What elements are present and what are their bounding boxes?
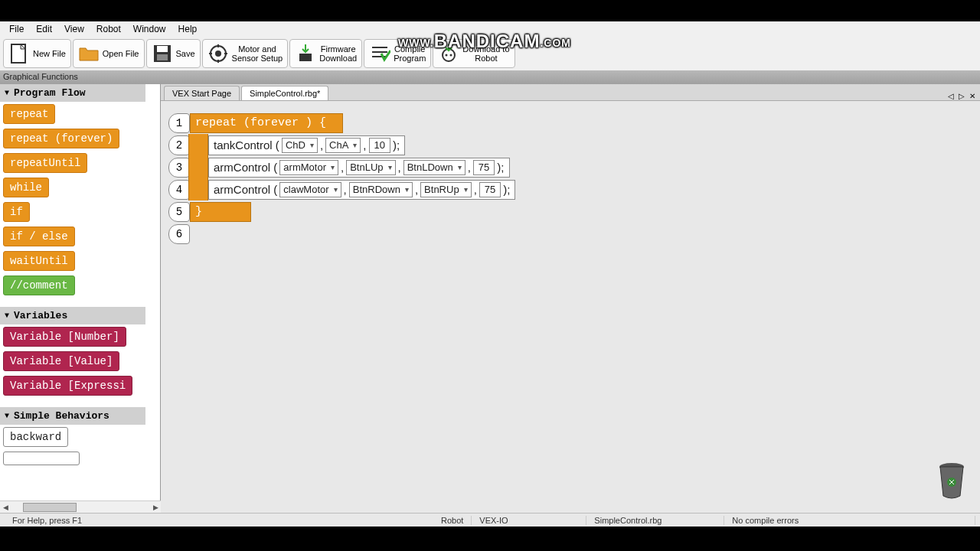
- label: Download toRobot: [462, 44, 509, 63]
- indent-bar: [188, 178, 208, 201]
- code-armcontrol-2[interactable]: armControl ( clawMotor, BtnRDown, BtnRUp…: [208, 180, 515, 200]
- tab-close-icon[interactable]: ✕: [968, 92, 977, 100]
- robot-icon: [438, 43, 459, 64]
- block-if-else[interactable]: if / else: [3, 227, 75, 246]
- line-number: 2: [168, 135, 190, 155]
- status-platform: VEX-IO: [472, 516, 586, 525]
- toolbar-openfile[interactable]: Open File: [73, 39, 145, 68]
- dropdown-btnrup[interactable]: BtnRUp: [420, 182, 472, 197]
- statusbar: For Help, press F1 Robot VEX-IO SimpleCo…: [0, 513, 980, 527]
- label: CompileProgram: [394, 44, 426, 63]
- block-backward[interactable]: backward: [3, 427, 68, 447]
- sidebar[interactable]: Program Flow repeat repeat (forever) rep…: [0, 84, 161, 513]
- category-variables[interactable]: Variables: [0, 307, 145, 324]
- status-help: For Help, press F1: [5, 516, 433, 525]
- svg-rect-2: [157, 46, 168, 52]
- status-file: SimpleControl.rbg: [586, 516, 724, 525]
- gear-icon: [207, 43, 229, 64]
- status-compile: No compile errors: [724, 516, 975, 525]
- menu-window[interactable]: Window: [127, 24, 172, 34]
- dropdown-btnldown[interactable]: BtnLDown: [403, 160, 466, 175]
- dropdown-armmotor[interactable]: armMotor: [279, 160, 338, 175]
- sidebar-hscroll[interactable]: ◀ ▶: [0, 500, 161, 513]
- input-armspeed-2[interactable]: 75: [479, 182, 501, 197]
- svg-rect-3: [157, 54, 168, 60]
- toolbar: New File Open File Save Motor andSensor …: [0, 37, 980, 70]
- tab-next-icon[interactable]: ▷: [957, 92, 966, 100]
- block-waituntil[interactable]: waitUntil: [3, 251, 75, 271]
- menu-view[interactable]: View: [58, 24, 90, 34]
- block-var-value[interactable]: Variable [Value]: [3, 351, 119, 371]
- dropdown-cha[interactable]: ChA: [325, 138, 361, 153]
- input-tankspeed[interactable]: 10: [369, 138, 390, 153]
- input-armspeed-1[interactable]: 75: [473, 160, 495, 175]
- menu-file[interactable]: File: [3, 24, 30, 34]
- code-tankcontrol[interactable]: tankControl ( ChD, ChA, 10 );: [208, 135, 405, 155]
- toolbar-firmware[interactable]: FirmwareDownload: [289, 39, 362, 68]
- compile-icon: [369, 43, 390, 64]
- menubar: File Edit View Robot Window Help: [0, 21, 980, 37]
- status-robot: Robot: [433, 516, 472, 525]
- tab-prev-icon[interactable]: ◁: [946, 92, 956, 100]
- block-var-number[interactable]: Variable [Number]: [3, 327, 126, 347]
- svg-point-8: [446, 54, 448, 57]
- scroll-right-icon[interactable]: ▶: [150, 504, 161, 511]
- dropdown-btnrdown[interactable]: BtnRDown: [349, 182, 413, 197]
- code-repeat-forever[interactable]: repeat (forever ) {: [190, 113, 343, 133]
- line-number: 5: [168, 202, 190, 222]
- line-number: 3: [168, 158, 190, 178]
- svg-point-5: [215, 51, 221, 57]
- line-number: 1: [168, 113, 190, 133]
- line-number: 4: [168, 180, 190, 200]
- toolbar-motorsetup[interactable]: Motor andSensor Setup: [202, 39, 289, 68]
- code-close-brace[interactable]: }: [190, 202, 251, 222]
- menu-robot[interactable]: Robot: [90, 24, 127, 34]
- block-blank[interactable]: [3, 452, 80, 465]
- code-armcontrol-1[interactable]: armControl ( armMotor, BtnLUp, BtnLDown,…: [208, 158, 510, 178]
- category-simple-behaviors[interactable]: Simple Behaviors: [0, 407, 145, 425]
- block-var-expression[interactable]: Variable [Expressi: [3, 376, 132, 396]
- block-while[interactable]: while: [3, 178, 49, 197]
- menu-help[interactable]: Help: [172, 24, 204, 34]
- main-area: VEX Start Page SimpleControl.rbg* ◁ ▷ ✕ …: [161, 84, 980, 513]
- tab-simplecontrol[interactable]: SimpleControl.rbg*: [241, 86, 328, 100]
- save-icon: [152, 43, 173, 64]
- pane-header: Graphical Functions: [0, 70, 980, 84]
- block-repeat[interactable]: repeat: [3, 104, 55, 124]
- menu-edit[interactable]: Edit: [30, 24, 58, 34]
- scroll-left-icon[interactable]: ◀: [0, 504, 11, 511]
- block-repeat-forever[interactable]: repeat (forever): [3, 129, 119, 148]
- code-editor[interactable]: 1 repeat (forever ) { 2 tankControl ( Ch…: [161, 101, 980, 513]
- scroll-thumb[interactable]: [23, 503, 77, 512]
- tab-strip: VEX Start Page SimpleControl.rbg* ◁ ▷ ✕: [161, 84, 980, 101]
- label: Motor andSensor Setup: [232, 44, 283, 63]
- svg-point-9: [450, 54, 452, 57]
- trash-icon[interactable]: [936, 459, 968, 500]
- line-number: 6: [168, 224, 190, 244]
- dropdown-clawmotor[interactable]: clawMotor: [279, 182, 341, 197]
- toolbar-newfile[interactable]: New File: [3, 39, 71, 68]
- newfile-icon: [8, 43, 30, 64]
- indent-bar: [188, 156, 208, 178]
- label: FirmwareDownload: [319, 44, 357, 63]
- toolbar-download[interactable]: Download toRobot: [433, 39, 514, 68]
- openfile-icon: [78, 43, 100, 64]
- toolbar-save[interactable]: Save: [146, 39, 201, 68]
- app-window: File Edit View Robot Window Help New Fil…: [0, 21, 980, 527]
- dropdown-chd[interactable]: ChD: [282, 138, 318, 153]
- toolbar-compile[interactable]: CompileProgram: [364, 39, 431, 68]
- block-if[interactable]: if: [3, 202, 30, 222]
- chip-icon: [295, 43, 316, 64]
- category-program-flow[interactable]: Program Flow: [0, 84, 145, 102]
- tab-start-page[interactable]: VEX Start Page: [164, 86, 240, 100]
- block-repeatuntil[interactable]: repeatUntil: [3, 153, 87, 173]
- indent-bar: [188, 134, 208, 156]
- tab-nav: ◁ ▷ ✕: [946, 92, 977, 100]
- block-comment[interactable]: //comment: [3, 276, 75, 295]
- dropdown-btnlup[interactable]: BtnLUp: [346, 160, 395, 175]
- svg-rect-6: [299, 54, 312, 61]
